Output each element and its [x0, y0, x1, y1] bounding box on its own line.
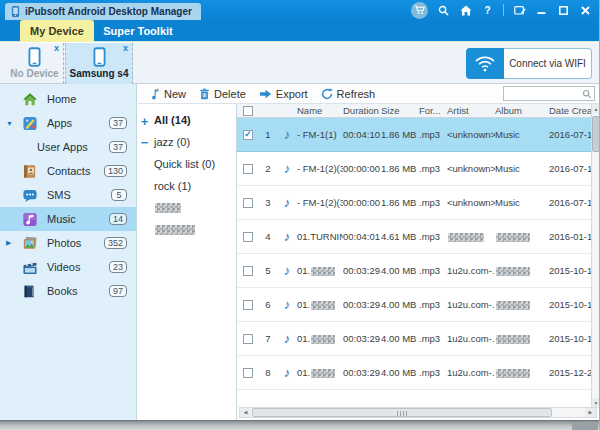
horizontal-scroll-thumb[interactable] [252, 408, 552, 417]
table-row[interactable]: 7♪01.00:03:294.00 MB.mp31u2u.com-...2015… [237, 322, 591, 356]
maximize-button[interactable] [557, 4, 570, 17]
app-title-tab: iPubsoft Android Desktop Manager [5, 3, 201, 20]
sidebar: Home▼Apps37User Apps37Contacts130SMS5Mus… [0, 84, 137, 420]
close-button[interactable] [579, 4, 592, 17]
export-button[interactable]: Export [259, 88, 308, 100]
remove-playlist-button[interactable]: − [138, 136, 151, 149]
delete-button[interactable]: Delete [199, 88, 246, 100]
table-row[interactable]: 3♪- FM-1(2)(3)...00:00:001.86 MB.mp3<unk… [237, 186, 591, 220]
sidebar-item-photos[interactable]: ▶Photos352 [0, 231, 136, 255]
blurred-text [311, 335, 335, 344]
row-checkbox[interactable] [243, 232, 253, 242]
phone-icon [28, 47, 41, 67]
feedback-icon[interactable] [513, 4, 526, 17]
search-icon[interactable] [437, 4, 450, 17]
row-checkbox[interactable] [243, 300, 253, 310]
playlist-item[interactable]: rock (1) [151, 175, 236, 197]
titlebar: iPubsoft Android Desktop Manager ? [0, 0, 600, 20]
blurred-text [311, 369, 335, 378]
vertical-scrollbar[interactable]: ▲ ▼ [591, 104, 600, 408]
help-icon[interactable]: ? [481, 4, 494, 17]
playlist-item[interactable]: All (14) [151, 109, 236, 131]
sidebar-item-label: Home [47, 93, 76, 105]
tab-super-toolkit[interactable]: Super Toolkit [96, 20, 180, 42]
sidebar-item-videos[interactable]: Videos23 [0, 255, 136, 279]
new-button[interactable]: New [151, 88, 186, 100]
row-checkbox[interactable]: ✓ [243, 130, 253, 140]
home-icon [22, 91, 40, 107]
sidebar-item-label: Contacts [47, 165, 90, 177]
music-note-icon: ♪ [284, 127, 291, 142]
add-playlist-button[interactable]: + [138, 115, 151, 128]
column-header-name[interactable]: Name [297, 105, 343, 116]
sidebar-item-label: User Apps [37, 141, 88, 153]
row-checkbox[interactable] [243, 164, 253, 174]
blurred-text [496, 369, 530, 378]
scroll-up-icon[interactable]: ▲ [592, 104, 600, 114]
blurred-text [155, 203, 181, 213]
sidebar-item-sms[interactable]: SMS5 [0, 183, 136, 207]
device-tab-samsung-s4[interactable]: x Samsung s4 [65, 43, 133, 84]
horizontal-scrollbar[interactable]: ◀ ▶ [239, 407, 597, 418]
sidebar-item-label: Photos [47, 237, 81, 249]
table-row[interactable]: ✓1♪- FM-1(1)00:04:101.86 MB.mp3<unknown>… [237, 118, 591, 152]
contacts-icon [22, 163, 40, 179]
table-row[interactable]: 8♪01.00:03:294.00 MB.mp31u2u.com-...2015… [237, 356, 591, 390]
connect-wifi-button[interactable]: Connect via WIFI [466, 48, 592, 79]
expand-icon[interactable]: ▶ [0, 239, 14, 247]
close-device-icon[interactable]: x [123, 44, 128, 53]
home-icon[interactable] [459, 4, 472, 17]
music-table: Name Duration Size For... Artist Album D… [237, 104, 600, 420]
collapse-icon[interactable]: ▼ [0, 120, 14, 127]
sidebar-item-home[interactable]: Home [0, 87, 136, 111]
scroll-left-icon[interactable]: ◀ [240, 408, 251, 417]
playlist-item[interactable] [151, 219, 236, 241]
playlist-item[interactable]: jazz (0) [151, 131, 236, 153]
refresh-icon [321, 88, 333, 100]
sidebar-item-music[interactable]: Music14 [0, 207, 136, 231]
select-all-checkbox[interactable] [243, 106, 253, 116]
trash-icon [199, 88, 210, 100]
column-header-album[interactable]: Album [495, 105, 549, 116]
cart-icon[interactable] [411, 2, 428, 19]
playlist-item[interactable]: Quick list (0) [151, 153, 236, 175]
refresh-button[interactable]: Refresh [321, 88, 376, 100]
table-row[interactable]: 4♪01.TURNING00:04:014.61 MB.mp32016-01-1 [237, 220, 591, 254]
column-header-date-created[interactable]: Date Crea... [549, 105, 591, 116]
sidebar-item-apps[interactable]: ▼Apps37 [0, 111, 136, 135]
minimize-button[interactable] [535, 4, 548, 17]
sidebar-item-user-apps[interactable]: User Apps37 [0, 135, 136, 159]
count-badge: 23 [109, 261, 127, 273]
row-checkbox[interactable] [243, 266, 253, 276]
search-input[interactable] [504, 89, 582, 99]
search-icon[interactable] [582, 89, 594, 99]
scroll-grip [397, 411, 407, 416]
table-row[interactable]: 2♪- FM-1(2)(3)...00:00:001.86 MB.mp3<unk… [237, 152, 591, 186]
column-header-size[interactable]: Size [381, 105, 419, 116]
column-header-duration[interactable]: Duration [343, 105, 381, 116]
count-badge: 37 [109, 117, 127, 129]
column-header-artist[interactable]: Artist [447, 105, 495, 116]
sidebar-item-label: SMS [47, 189, 71, 201]
column-header-format[interactable]: For... [419, 105, 447, 116]
resize-grip[interactable] [572, 423, 598, 430]
playlist-panel: All (14)jazz (0)Quick list (0)rock (1) [151, 104, 237, 420]
sidebar-item-label: Videos [47, 261, 80, 273]
tab-my-device[interactable]: My Device [20, 20, 94, 42]
blurred-text [496, 335, 530, 344]
table-body: ✓1♪- FM-1(1)00:04:101.86 MB.mp3<unknown>… [237, 118, 591, 390]
sidebar-item-contacts[interactable]: Contacts130 [0, 159, 136, 183]
sidebar-item-books[interactable]: Books97 [0, 279, 136, 303]
row-checkbox[interactable] [243, 198, 253, 208]
scroll-right-icon[interactable]: ▶ [585, 408, 596, 417]
table-row[interactable]: 5♪01.00:03:294.00 MB.mp31u2u.com-...2015… [237, 254, 591, 288]
row-checkbox[interactable] [243, 334, 253, 344]
vertical-scroll-thumb[interactable] [592, 116, 600, 152]
table-row[interactable]: 6♪01.00:03:294.00 MB.mp31u2u.com-...2015… [237, 288, 591, 322]
blurred-text [496, 301, 530, 310]
row-checkbox[interactable] [243, 368, 253, 378]
blurred-text [311, 301, 335, 310]
close-device-icon[interactable]: x [54, 44, 59, 53]
device-tab-no-device[interactable]: x No Device [6, 43, 64, 84]
playlist-item[interactable] [151, 197, 236, 219]
